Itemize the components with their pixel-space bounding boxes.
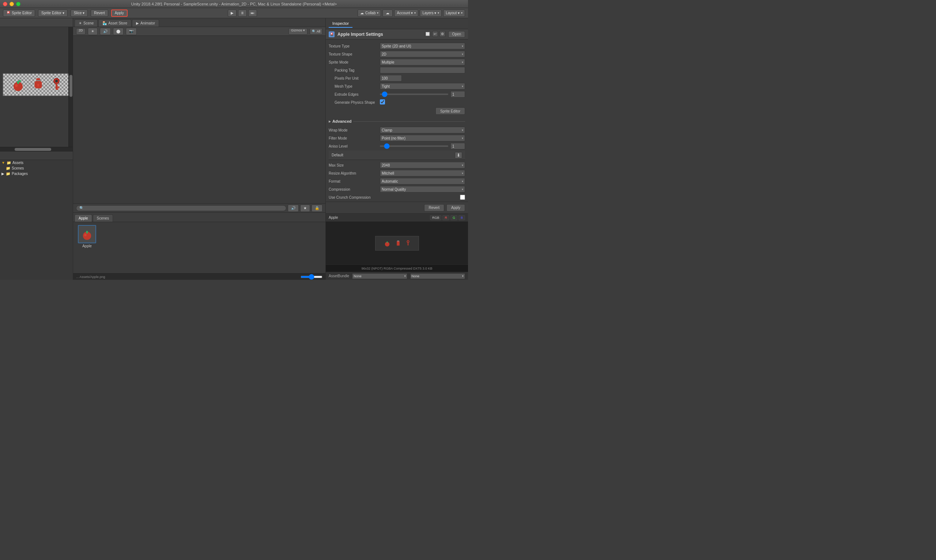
sprite-editor-button[interactable]: Sprite Editor xyxy=(435,108,465,115)
sprite-mode-dropdown[interactable]: Multiple xyxy=(380,59,465,65)
layers-dropdown[interactable]: Layers ▾ xyxy=(420,9,442,17)
max-size-dropdown[interactable]: 2048 xyxy=(380,162,465,168)
step-button[interactable]: ⏭ xyxy=(248,9,257,17)
inspector-title: Apple Import Settings xyxy=(338,32,422,37)
aniso-level-slider[interactable] xyxy=(380,145,448,147)
pixels-per-unit-input[interactable] xyxy=(380,75,402,82)
2d-toggle[interactable]: 2D xyxy=(76,28,86,35)
tab-animator[interactable]: ▶ Animator xyxy=(132,19,159,27)
resize-algorithm-value: Mitchell xyxy=(380,170,465,177)
preview-info: 96x32 (NPOT) RGBA Compressed DXT5 3.0 KB xyxy=(326,265,468,272)
sprite-canvas-scrollbar-v[interactable] xyxy=(68,27,73,147)
inspector-icon-btn-3[interactable]: ⚙ xyxy=(439,31,445,37)
svg-point-13 xyxy=(55,80,58,83)
channel-buttons: RGB R G B xyxy=(430,215,465,220)
status-path: ... Assets/Apple.png xyxy=(76,275,105,279)
animator-tab-icon: ▶ xyxy=(136,21,139,25)
scene-view xyxy=(73,36,325,203)
cloud-button[interactable]: ☁ xyxy=(382,9,393,17)
crunch-checkbox[interactable] xyxy=(460,195,465,200)
rgb-channel-btn[interactable]: RGB xyxy=(430,215,442,220)
close-button[interactable] xyxy=(3,2,7,6)
tab-asset-store[interactable]: 🏪 Asset Store xyxy=(98,19,131,27)
resize-algorithm-dropdown[interactable]: Mitchell xyxy=(380,170,465,177)
inspector-icon-btn-1[interactable]: ⬜ xyxy=(425,31,431,37)
search-icon: 🔍 xyxy=(312,29,316,33)
scenes-tab-label: Scenes xyxy=(97,216,109,220)
account-dropdown[interactable]: Account ▾ xyxy=(394,9,418,17)
lock-btn[interactable]: 🔒 xyxy=(311,205,322,212)
star-btn[interactable]: ★ xyxy=(300,205,310,212)
aniso-level-input[interactable] xyxy=(450,143,465,149)
collab-dropdown[interactable]: ☁ Collab xyxy=(358,9,381,17)
filter-mode-row: Filter Mode Point (no filter) xyxy=(329,134,465,142)
open-button[interactable]: Open xyxy=(448,31,465,38)
resize-algorithm-label: Resize Algorithm xyxy=(329,171,380,175)
sprite-editor-dropdown[interactable]: Sprite Editor ▾ xyxy=(38,9,68,17)
compression-row: Compression Normal Quality xyxy=(329,186,465,193)
search-field[interactable]: 🔍 All xyxy=(310,28,322,35)
zoom-slider[interactable] xyxy=(301,276,322,278)
aniso-level-label: Aniso Level xyxy=(329,144,380,148)
apply-button[interactable]: Apply xyxy=(111,9,128,17)
sprite-canvas-scrollbar-h[interactable] xyxy=(0,147,73,151)
light-toggle[interactable]: ☀ xyxy=(88,28,98,35)
extrude-edges-slider[interactable] xyxy=(380,94,448,95)
scenes-folder[interactable]: 📁 Scenes xyxy=(5,166,73,171)
apply-footer-button[interactable]: Apply xyxy=(446,204,465,211)
apple-asset-item[interactable]: Apple xyxy=(76,225,98,248)
pause-button[interactable]: ⏸ xyxy=(238,9,247,17)
minimize-button[interactable] xyxy=(9,2,14,6)
slice-dropdown[interactable]: Slice ▾ xyxy=(71,9,88,17)
collab-label: Collab xyxy=(365,11,376,15)
mesh-type-dropdown[interactable]: Tight xyxy=(380,83,465,89)
audio-btn[interactable]: 🔊 xyxy=(288,205,299,212)
gizmos-dropdown[interactable]: Gizmos ▾ xyxy=(288,28,307,35)
tab-scene[interactable]: ☀ Scene xyxy=(75,19,98,27)
scene-search-input[interactable] xyxy=(76,205,286,211)
assets-folder[interactable]: ▼ 📁 Assets xyxy=(0,160,73,166)
format-dropdown[interactable]: Automatic xyxy=(380,178,465,185)
asset-bundle-dropdown-2[interactable]: None xyxy=(410,273,465,279)
tab-inspector[interactable]: Inspector xyxy=(329,20,352,28)
import-btn[interactable]: ⬇ xyxy=(455,152,462,158)
extrude-edges-input[interactable] xyxy=(450,91,465,97)
playback-controls: ▶ ⏸ ⏭ xyxy=(228,9,257,17)
generate-physics-value xyxy=(380,99,465,105)
tab-apple-asset[interactable]: Apple xyxy=(75,214,92,222)
texture-shape-dropdown[interactable]: 2D xyxy=(380,51,465,57)
inspector-actions: ⬜ ↩ ⚙ Open xyxy=(425,31,465,38)
packing-tag-input[interactable] xyxy=(380,67,465,74)
wrap-mode-dropdown[interactable]: Clamp xyxy=(380,127,465,133)
2d-label: 2D xyxy=(79,29,83,32)
asset-bundle-dropdown-1[interactable]: None xyxy=(352,273,407,279)
texture-type-dropdown[interactable]: Sprite (2D and UI) xyxy=(380,43,465,49)
resize-algorithm-text: Mitchell xyxy=(382,171,394,175)
advanced-section[interactable]: ▶ Advanced xyxy=(329,118,465,125)
packages-folder[interactable]: ▶ 📁 Packages xyxy=(0,171,73,177)
b-channel-btn[interactable]: B xyxy=(458,215,465,220)
revert-button[interactable]: Revert xyxy=(91,9,108,17)
max-size-label: Max Size xyxy=(329,163,380,167)
tab-scenes-asset[interactable]: Scenes xyxy=(93,214,113,222)
play-button[interactable]: ▶ xyxy=(228,9,237,17)
filter-mode-dropdown[interactable]: Point (no filter) xyxy=(380,135,465,142)
svg-rect-15 xyxy=(86,231,88,234)
bottom-asset-panel: Apple Scenes Apple xyxy=(73,212,325,280)
generate-physics-row: Generate Physics Shape xyxy=(329,98,465,106)
layout-dropdown[interactable]: Layout ▾ xyxy=(443,9,465,17)
effects-toggle[interactable]: ⬤ xyxy=(113,28,123,35)
compression-text: Normal Quality xyxy=(382,188,406,191)
inspector-icon-btn-2[interactable]: ↩ xyxy=(432,31,438,37)
sound-toggle[interactable]: 🔊 xyxy=(100,28,111,35)
g-channel-btn[interactable]: G xyxy=(450,215,457,220)
aniso-level-row: Aniso Level xyxy=(329,143,465,150)
revert-button[interactable]: Revert xyxy=(424,204,444,211)
maximize-button[interactable] xyxy=(16,2,20,6)
generate-physics-checkbox[interactable] xyxy=(380,99,385,105)
camera-toggle[interactable]: 📷 xyxy=(126,28,137,35)
r-channel-btn[interactable]: R xyxy=(443,215,449,220)
sprite-preview xyxy=(3,74,70,96)
sprite-editor-title: Sprite Editor xyxy=(12,11,32,15)
compression-dropdown[interactable]: Normal Quality xyxy=(380,186,465,192)
